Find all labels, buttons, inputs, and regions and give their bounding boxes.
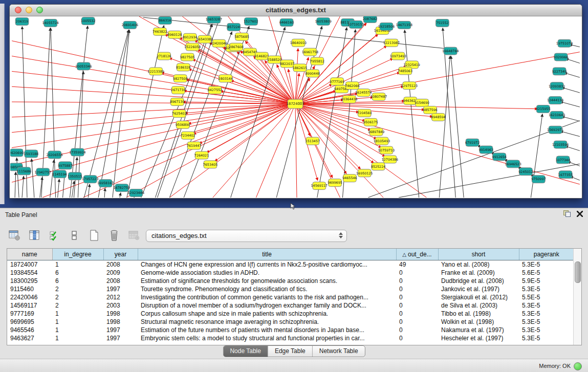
table-row[interactable]: 946554611997Estimation of the future num… [7,326,574,334]
tab-edge-table[interactable]: Edge Table [268,346,313,357]
table-cell: Embryonic stem cells: a model to study s… [138,334,396,342]
graph-node-label: 22420046 [211,41,227,45]
table-header-row[interactable]: namein_degreeyeartitle△out_de...shortpag… [7,249,574,260]
table-cell: 5.3E-5 [519,334,574,342]
float-panel-icon[interactable] [563,210,571,217]
table-row[interactable]: 2242004622012Investigating the contribut… [7,293,574,301]
graph-node-label: 9827508 [173,77,187,80]
graph-edge [12,102,295,104]
column-header-title[interactable]: title [138,249,396,260]
graph-edge [405,30,419,198]
graph-node-label: 1527602 [244,19,258,23]
graph-node-label: 12444134 [547,98,563,102]
table-cell: 9115460 [7,285,52,293]
status-bar: Memory: OK [0,359,588,372]
graph-node-label: 1145194 [52,172,67,176]
graph-node-label: 17359924 [69,150,85,154]
tab-node-table[interactable]: Node Table [223,346,268,357]
column-header-out_de[interactable]: △out_de... [396,249,438,260]
table-cell: Disruption of a novel member of a sodium… [138,301,396,310]
row-options-icon[interactable] [67,228,81,243]
select-column-icon[interactable] [27,228,41,243]
column-header-name[interactable]: name [7,249,52,260]
table-toolbar: f(x) [7,228,161,243]
table-cell: 1 [52,334,103,342]
create-column-icon[interactable] [87,228,101,243]
graph-node-label: 8454749 [243,50,257,54]
minimize-window-button[interactable] [26,7,32,13]
graph-node-label: 16543382 [197,37,213,41]
graph-node-label: 10807487 [371,95,387,98]
graph-node-label: 14671358 [396,23,412,27]
graph-edge [560,102,580,107]
table-panel-title: Table Panel [5,211,37,218]
table-cell: Changes of HCN gene expression and I(f) … [138,260,396,269]
graph-node-label: 2620690 [10,151,24,155]
graph-edge [199,104,295,143]
table-cell: 0 [396,277,438,285]
table-row[interactable]: 911546021997Tourette syndrome. Phenomeno… [7,285,574,293]
graph-node-label: 1115686 [17,169,31,173]
graph-node-label: 20053346 [75,64,92,68]
graph-node-label: 18105493 [374,139,390,143]
graph-node-label: 16946523 [505,162,521,166]
vertical-scrollbar[interactable] [573,249,581,345]
close-panel-icon[interactable] [577,211,583,217]
column-header-short[interactable]: short [438,249,519,260]
tab-network-table[interactable]: Network Table [313,346,365,357]
graph-edge [120,193,121,198]
table-row[interactable]: 1938455462009Genome-wide association stu… [7,269,574,277]
table-panel: Table Panel f(x) citations_edges.txt nam… [0,208,588,372]
column-header-pagerank[interactable]: pagerank [519,249,574,260]
graph-node-label: 10759710 [378,148,395,152]
column-header-in_degree[interactable]: in_degree [52,249,103,260]
table-cell: 0 [396,310,438,318]
graph-node-label: 7625402 [172,112,186,115]
network-canvas[interactable]: 7463822896012889129341654338222420046924… [10,16,581,198]
graph-node-label: 9699695 [328,181,342,184]
table-cell: 14569117 [7,301,52,310]
node-table-grid: namein_degreeyeartitle△out_de...shortpag… [7,249,574,342]
citation-network-graph[interactable]: 7463822896012889129341654338222420046924… [10,16,581,198]
table-cell: Nakamura et al. (1997) [438,326,519,334]
table-cell: Corpus callosum shape and size in male p… [138,310,396,318]
graph-node-label: 1593188 [24,152,38,156]
graph-edge [531,114,542,198]
graph-node-label: 2087682 [363,17,377,20]
graph-node-label: 15692971 [547,128,563,132]
table-cell: 2 [52,293,103,301]
table-row[interactable]: 977716911998Corpus callosum shape and si… [7,310,574,318]
memory-ok-indicator-icon[interactable] [574,362,582,370]
delete-column-icon[interactable] [107,228,121,243]
table-cell: 9777169 [7,310,52,318]
graph-node-label: 12103594 [552,143,569,146]
close-window-button[interactable] [15,7,21,13]
graph-node-label: 9245012 [518,170,533,173]
table-cell: 0 [396,301,438,310]
table-cell: 5.6E-5 [519,269,574,277]
show-hide-columns-icon[interactable] [47,228,61,243]
table-row[interactable]: 946362711997Embryonic stem cells: a mode… [7,334,574,342]
graph-edge [565,146,580,151]
scrollbar-thumb[interactable] [575,261,581,283]
graph-edge [295,104,297,198]
table-select[interactable]: citations_edges.txt [146,230,347,242]
graph-edge [32,159,34,198]
graph-node-label: 12923446 [128,191,144,194]
graph-node-label: 7264021 [194,154,209,157]
graph-node-label: 857224 [228,25,240,29]
window-titlebar[interactable]: citations_edges.txt [10,5,582,16]
window-controls [15,7,43,13]
zoom-window-button[interactable] [36,7,43,13]
table-row[interactable]: 1872400712008Changes of HCN gene express… [7,260,574,269]
table-row[interactable]: 1830029562008Estimation of significance … [7,277,574,285]
column-header-year[interactable]: year [103,249,138,260]
table-options-icon[interactable] [7,228,21,243]
graph-edge [451,56,464,198]
table-row[interactable]: 969969511998Structural magnetic resonanc… [7,318,574,326]
table-row[interactable]: 1456911722003Disruption of a novel membe… [7,301,574,310]
table-type-tabs: Node TableEdge TableNetwork Table [223,345,365,357]
graph-node-label: 8960128 [167,33,182,36]
graph-node-label: 9975887 [58,164,72,167]
graph-node-label: 12093832 [549,84,565,88]
